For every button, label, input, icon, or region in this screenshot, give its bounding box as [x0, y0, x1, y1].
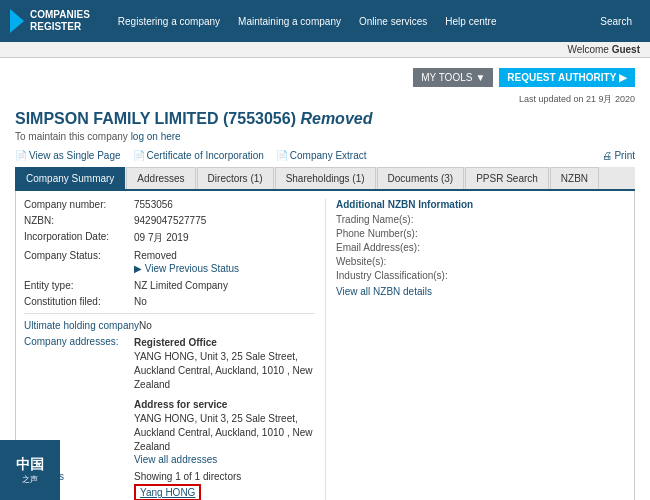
registered-office-text: YANG HONG, Unit 3, 25 Sale Street, Auckl…	[134, 351, 312, 390]
company-status-label: Company Status:	[24, 250, 134, 261]
tab-ppsr-search[interactable]: PPSR Search	[465, 167, 549, 189]
company-status-removed: Removed	[300, 110, 372, 127]
action-bar: MY TOOLS ▼ REQUEST AUTHORITY ▶	[15, 68, 635, 87]
tab-nzbn[interactable]: NZBN	[550, 167, 599, 189]
email-field: Email Address(es):	[336, 242, 626, 253]
tab-addresses[interactable]: Addresses	[126, 167, 195, 189]
field-directors: Directors Showing 1 of 1 directors Yang …	[24, 471, 315, 500]
registered-office-heading: Registered Office	[134, 337, 217, 348]
field-company-number: Company number: 7553056	[24, 199, 315, 210]
my-tools-button[interactable]: MY TOOLS ▼	[413, 68, 493, 87]
nav-registering[interactable]: Registering a company	[110, 11, 228, 32]
login-note: To maintain this company log on here	[15, 131, 635, 142]
company-number-display: (7553056)	[223, 110, 296, 127]
phone-field: Phone Number(s):	[336, 228, 626, 239]
welcome-user: Guest	[612, 44, 640, 55]
quick-links: 📄 View as Single Page 📄 Certificate of I…	[15, 150, 635, 161]
tab-content-company-summary: Company number: 7553056 NZBN: 9429047527…	[15, 191, 635, 500]
nav-online-services[interactable]: Online services	[351, 11, 435, 32]
field-incorporation-date: Incorporation Date: 09 7月 2019	[24, 231, 315, 245]
welcome-bar: Welcome Guest	[0, 42, 650, 58]
company-name: SIMPSON FAMILY LIMITED	[15, 110, 219, 127]
tab-bar: Company Summary Addresses Directors (1) …	[15, 167, 635, 191]
field-constitution: Constitution filed: No	[24, 296, 315, 307]
company-extract-link[interactable]: 📄 Company Extract	[276, 150, 367, 161]
last-updated-text: Last updated on 21 9月 2020	[519, 94, 635, 104]
tab-company-summary[interactable]: Company Summary	[15, 167, 125, 189]
industry-field: Industry Classification(s):	[336, 270, 626, 281]
info-left: Company number: 7553056 NZBN: 9429047527…	[24, 199, 325, 500]
bottom-logo-zh1: 中国	[16, 456, 44, 474]
search-button[interactable]: Search	[592, 12, 640, 31]
trading-names-field: Trading Name(s):	[336, 214, 626, 225]
nzbn-value: 9429047527775	[134, 215, 315, 226]
incorporation-date-label: Incorporation Date:	[24, 231, 134, 245]
field-entity-type: Entity type: NZ Limited Company	[24, 280, 315, 291]
view-all-addresses-link[interactable]: View all addresses	[134, 454, 217, 465]
tab-shareholdings[interactable]: Shareholdings (1)	[275, 167, 376, 189]
info-right: Additional NZBN Information Trading Name…	[325, 199, 626, 500]
tab-documents[interactable]: Documents (3)	[377, 167, 465, 189]
address-service-text: YANG HONG, Unit 3, 25 Sale Street, Auckl…	[134, 413, 312, 452]
view-all-nzbn-link[interactable]: View all NZBN details	[336, 286, 626, 297]
site-header: COMPANIES REGISTER Registering a company…	[0, 0, 650, 42]
director-name-link[interactable]: Yang HONG	[140, 487, 195, 498]
entity-type-value: NZ Limited Company	[134, 280, 315, 291]
bottom-logo-zh2: 之声	[22, 474, 38, 485]
nav-maintaining[interactable]: Maintaining a company	[230, 11, 349, 32]
registered-office-section: Registered Office YANG HONG, Unit 3, 25 …	[134, 336, 315, 392]
certificate-icon: 📄	[133, 150, 145, 161]
address-service-section: Address for service YANG HONG, Unit 3, 2…	[134, 398, 315, 454]
request-authority-button[interactable]: REQUEST AUTHORITY ▶	[499, 68, 635, 87]
field-addresses: Company addresses: Registered Office YAN…	[24, 336, 315, 465]
certificate-incorporation-link[interactable]: 📄 Certificate of Incorporation	[133, 150, 264, 161]
logo-text: COMPANIES REGISTER	[30, 9, 90, 33]
directors-detail: Showing 1 of 1 directors Yang HONG Unit …	[134, 471, 315, 500]
log-on-link[interactable]: log on here	[131, 131, 181, 142]
company-status-value: Removed	[134, 250, 315, 261]
info-grid: Company number: 7553056 NZBN: 9429047527…	[24, 199, 626, 500]
bottom-logo: 中国 之声	[0, 440, 60, 500]
entity-type-label: Entity type:	[24, 280, 134, 291]
main-content: MY TOOLS ▼ REQUEST AUTHORITY ▶ Last upda…	[0, 58, 650, 500]
company-number-value: 7553056	[134, 199, 315, 210]
director-highlight-box: Yang HONG	[134, 484, 201, 500]
nzbn-label: NZBN:	[24, 215, 134, 226]
holding-company-value: No	[139, 320, 315, 331]
extract-icon: 📄	[276, 150, 288, 161]
view-single-page-link[interactable]: 📄 View as Single Page	[15, 150, 121, 161]
website-field: Website(s):	[336, 256, 626, 267]
nav-help-centre[interactable]: Help centre	[437, 11, 504, 32]
tab-directors[interactable]: Directors (1)	[197, 167, 274, 189]
nzbn-additional-title: Additional NZBN Information	[336, 199, 626, 210]
company-title: SIMPSON FAMILY LIMITED (7553056) Removed	[15, 110, 635, 128]
main-nav: Registering a company Maintaining a comp…	[110, 11, 592, 32]
logo-chevron-icon	[10, 9, 24, 33]
page-icon: 📄	[15, 150, 27, 161]
address-service-heading: Address for service	[134, 399, 227, 410]
field-company-status: Company Status: Removed	[24, 250, 315, 261]
directors-count: Showing 1 of 1 directors	[134, 471, 315, 482]
logo[interactable]: COMPANIES REGISTER	[10, 9, 90, 33]
constitution-label: Constitution filed:	[24, 296, 134, 307]
field-nzbn: NZBN: 9429047527775	[24, 215, 315, 226]
incorporation-date-value: 09 7月 2019	[134, 231, 315, 245]
company-number-label: Company number:	[24, 199, 134, 210]
print-link[interactable]: 🖨 Print	[602, 150, 635, 161]
field-holding-company: Ultimate holding company No	[24, 320, 315, 331]
addresses-detail: Registered Office YANG HONG, Unit 3, 25 …	[134, 336, 315, 465]
welcome-text: Welcome	[567, 44, 611, 55]
holding-company-link[interactable]: Ultimate holding company	[24, 320, 139, 331]
view-previous-status-link[interactable]: ▶ View Previous Status	[134, 263, 315, 274]
dropdown-arrow-icon: ▼	[475, 72, 485, 83]
constitution-value: No	[134, 296, 315, 307]
